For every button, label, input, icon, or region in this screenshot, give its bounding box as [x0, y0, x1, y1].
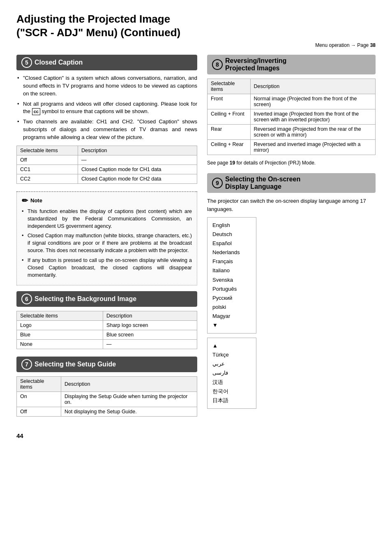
closed-caption-table: Selectable items Description Off — CC1 C… [16, 146, 197, 184]
background-image-table: Selectable items Description Logo Sharp … [16, 311, 197, 349]
table-row: CC2 Closed Caption mode for CH2 data [17, 174, 197, 183]
note-bullet: This function enables the display of cap… [22, 208, 192, 230]
lang-item: 汉语 [212, 378, 251, 387]
note-bullet: Closed Caption may malfunction (white bl… [22, 232, 192, 254]
lang-item: Italiano [212, 266, 251, 275]
page-number: 44 [16, 432, 376, 439]
onscreen-language-section: 9 Selecting the On-screen Display Langua… [207, 173, 376, 413]
cc-symbol: cc [32, 108, 40, 115]
table-row: Blue Blue screen [17, 330, 197, 339]
main-title: Adjusting the Projected Image ("SCR - AD… [16, 12, 376, 39]
lang-item-arrow-up: ▲ [212, 341, 251, 350]
lang-item: polski [212, 303, 251, 312]
col-header-desc: Description [250, 79, 375, 94]
lang-item: Português [212, 285, 251, 294]
table-row: Rear Reversed image (Projected from the … [208, 125, 376, 140]
lang-item: فارسى [212, 368, 251, 378]
note-title: ✏ Note [22, 196, 192, 205]
closed-caption-section: 5 Closed Caption "Closed Caption" is a s… [16, 55, 197, 184]
table-row: Off Not displaying the Setup Guide. [17, 407, 197, 416]
language-box-2: ▲ Türkçe عربي فارسى 汉语 한국어 日本語 [207, 338, 256, 409]
closed-caption-bullets: "Closed Caption" is a system which allow… [16, 74, 197, 141]
lang-item: Deutsch [212, 230, 251, 239]
background-image-header: 6 Selecting the Background Image [16, 291, 197, 307]
note-bullet: If any button is pressed to call up the … [22, 257, 192, 279]
lang-item: Svenska [212, 276, 251, 285]
onscreen-description: The projector can switch the on-screen d… [207, 197, 376, 213]
lang-item: Español [212, 239, 251, 248]
lang-item: 한국어 [212, 387, 251, 396]
bullet-item: Not all programs and videos will offer c… [16, 100, 197, 116]
language-box-1: English Deutsch Español Nederlands Franç… [207, 217, 256, 334]
bullet-item: Two channels are available: CH1 and CH2.… [16, 118, 197, 141]
col-header-items: Selectable items [17, 146, 78, 155]
lang-item: Magyar [212, 312, 251, 321]
bullet-item: "Closed Caption" is a system which allow… [16, 74, 197, 98]
lang-item: Türkçe [212, 350, 251, 359]
lang-item: عربي [212, 359, 251, 368]
col-header-items: Selectable items [208, 79, 251, 94]
closed-caption-header: 5 Closed Caption [16, 55, 197, 70]
reversing-inverting-header: 8 Reversing/Inverting Projected Images [207, 55, 376, 74]
col-header-desc: Description [61, 376, 197, 392]
table-row: None — [17, 339, 197, 349]
reversing-inverting-section: 8 Reversing/Inverting Projected Images S… [207, 55, 376, 166]
table-row: Front Normal image (Projected from the f… [208, 94, 376, 109]
note-icon: ✏ [22, 196, 28, 205]
table-row: Logo Sharp logo screen [17, 320, 197, 330]
note-bullets: This function enables the display of cap… [22, 208, 192, 279]
note-box: ✏ Note This function enables the display… [16, 191, 197, 285]
table-row: Ceiling + Front Inverted image (Projecte… [208, 109, 376, 125]
table-row: Ceiling + Rear Reversed and inverted ima… [208, 140, 376, 155]
lang-item: 日本語 [212, 396, 251, 405]
table-row: On Displaying the Setup Guide when turni… [17, 392, 197, 407]
setup-guide-header: 7 Selecting the Setup Guide [16, 357, 197, 372]
reversing-table: Selectable items Description Front Norma… [207, 79, 376, 155]
onscreen-language-header: 9 Selecting the On-screen Display Langua… [207, 173, 376, 193]
lang-item-arrow-down: ▼ [212, 321, 251, 330]
see-page-text: See page 19 for details of Projection (P… [207, 160, 376, 166]
lang-item: English [212, 221, 251, 230]
lang-item: Français [212, 257, 251, 266]
lang-item: Русский [212, 294, 251, 303]
col-header-items: Selectable items [17, 311, 103, 320]
table-row: Off — [17, 155, 197, 164]
col-header-desc: Description [78, 146, 197, 155]
setup-guide-table: Selectable items Description On Displayi… [16, 376, 197, 417]
lang-item: Nederlands [212, 248, 251, 257]
col-header-items: Selectable items [17, 376, 61, 392]
background-image-section: 6 Selecting the Background Image Selecta… [16, 291, 197, 349]
menu-operation: Menu operation → Page 38 [16, 42, 376, 48]
col-header-desc: Description [103, 311, 197, 320]
table-row: CC1 Closed Caption mode for CH1 data [17, 164, 197, 174]
setup-guide-section: 7 Selecting the Setup Guide Selectable i… [16, 357, 197, 417]
